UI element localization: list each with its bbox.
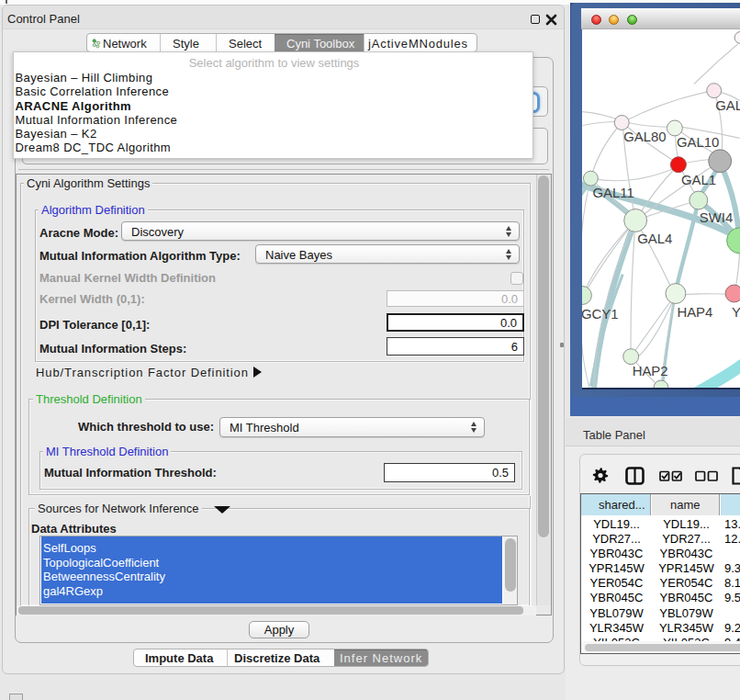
svg-text:GAL80: GAL80 [623,129,666,144]
svg-text:GAL11: GAL11 [592,185,633,200]
svg-text:HAP2: HAP2 [633,363,668,378]
svg-text:YB: YB [732,304,740,320]
svg-text:SWI4: SWI4 [700,209,733,225]
svg-text:GCY1: GCY1 [582,306,619,322]
svg-text:GAL8: GAL8 [715,97,740,113]
svg-text:GAL10: GAL10 [677,134,719,150]
svg-text:GAL1: GAL1 [681,172,716,187]
svg-text:HAP4: HAP4 [677,304,712,320]
svg-text:GAL4: GAL4 [637,231,672,246]
